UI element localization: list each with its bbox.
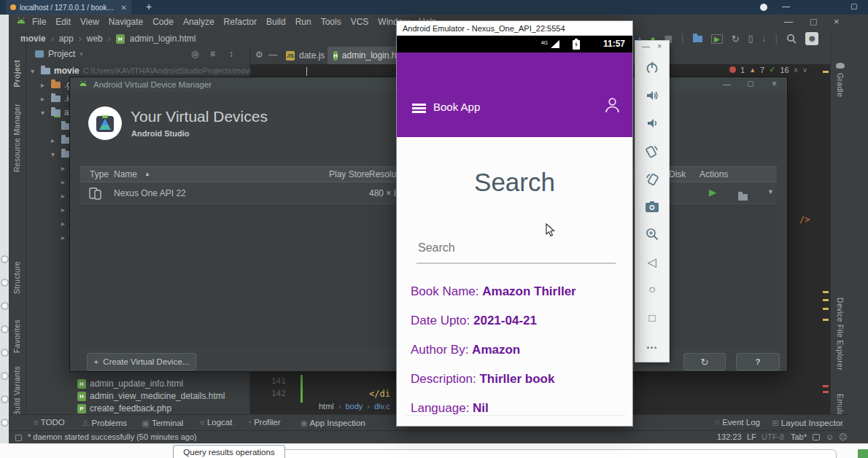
volume-up-button[interactable] [635, 82, 670, 109]
chevron-right-icon[interactable]: ▸ [51, 136, 58, 144]
browser-tab[interactable]: localhost / 127.0.0.1 / book_fire ✕ [6, 0, 131, 15]
menu-edit[interactable]: Edit [55, 17, 71, 27]
menu-run[interactable]: Run [295, 17, 311, 27]
locate-file-icon[interactable]: ◎ [191, 49, 198, 59]
editor-minimize-icon[interactable]: — [268, 50, 277, 60]
editor-breadcrumb[interactable]: html › body › div.c [319, 402, 390, 411]
lock-icon[interactable] [813, 434, 820, 440]
browser-minimize-icon[interactable]: — [782, 1, 790, 10]
menu-build[interactable]: Build [266, 17, 286, 27]
next-icon[interactable]: ∨ [802, 66, 807, 74]
query-input-outline[interactable] [259, 449, 837, 458]
sdk-manager-icon[interactable]: ↓ [762, 34, 766, 44]
prev-icon[interactable]: ∧ [794, 66, 799, 74]
col-disk[interactable]: Disk [669, 169, 686, 179]
ide-close-button[interactable]: × [834, 16, 840, 27]
toolstrip-build-variants[interactable]: Build Variants [12, 366, 21, 416]
refresh-button[interactable]: ↻ [683, 353, 726, 370]
ide-maximize-button[interactable]: ▢ [810, 17, 817, 26]
file-row[interactable]: H admin_update_info.html [77, 377, 183, 390]
menu-analyze[interactable]: Analyze [183, 17, 214, 27]
create-virtual-device-button[interactable]: + Create Virtual Device... [87, 353, 196, 370]
file-label[interactable]: admin_view_medicine_details.html [90, 391, 225, 401]
editor-gear-icon[interactable]: ⚙ [255, 50, 263, 60]
expand-all-icon[interactable]: ↕ [229, 49, 233, 59]
tree-row[interactable]: ▸ [61, 203, 68, 216]
toolstrip-device-file-explorer[interactable]: Device File Explorer [836, 298, 845, 370]
power-button[interactable] [635, 54, 670, 82]
launch-play-icon[interactable]: ▶ [709, 187, 716, 198]
hamburger-menu-icon[interactable] [412, 104, 426, 113]
toolstrip-structure[interactable]: Structure [12, 261, 21, 294]
menu-vcs[interactable]: VCS [351, 17, 369, 27]
col-play-store[interactable]: Play Store [329, 169, 369, 179]
chevron-right-icon[interactable]: ▸ [61, 164, 68, 172]
chevron-right-icon[interactable]: ▸ [61, 206, 68, 214]
help-button[interactable]: ? [736, 353, 780, 370]
line-ending[interactable]: LF [747, 432, 756, 441]
tree-row-root[interactable]: ▾ movie C:\Users\KAVITHA\AndroidStudioPr… [31, 64, 255, 77]
chevron-down-icon[interactable]: ▾ [31, 67, 37, 75]
more-actions-dropdown-icon[interactable]: ▼ [767, 188, 774, 195]
indent-setting[interactable]: Tab* [791, 432, 807, 441]
emulator-panel-close[interactable]: × [657, 42, 662, 50]
chevron-right-icon[interactable]: ▸ [61, 178, 68, 186]
tool-app-inspection[interactable]: ◉ App Inspection [301, 418, 365, 428]
tool-todo[interactable]: ≡ TODO [34, 418, 65, 427]
tool-layout-inspector[interactable]: ⊞ Layout Inspector [772, 418, 843, 428]
emulator-title-bar[interactable]: Android Emulator - Nexus_One_API_22:5554 [397, 21, 632, 36]
tree-row[interactable]: ▸ [61, 189, 68, 202]
new-tab-button[interactable]: + [146, 1, 152, 12]
menu-tools[interactable]: Tools [321, 17, 341, 27]
chevron-down-icon[interactable]: ▾ [41, 109, 47, 117]
tool-problems[interactable]: ⚠ Problems [82, 418, 127, 428]
avd-maximize-button[interactable]: ▢ [747, 79, 753, 88]
menu-file[interactable]: File [32, 17, 46, 27]
device-name[interactable]: Nexus One API 22 [114, 188, 186, 198]
emulator-panel-minimize[interactable]: — [642, 42, 650, 50]
toolstrip-resource-manager[interactable]: Resource Manager [12, 104, 21, 172]
tool-event-log[interactable]: ○ Event Log [715, 418, 760, 427]
avatar[interactable]: ☻ [805, 32, 818, 45]
tab-close-icon[interactable]: ✕ [121, 4, 127, 12]
toolstrip-gradle[interactable]: Gradle [836, 73, 845, 97]
chevron-right-icon[interactable]: ▸ [41, 81, 47, 89]
search-icon[interactable] [786, 34, 797, 44]
device-manager-icon[interactable] [693, 36, 702, 42]
happy-face-icon[interactable]: ☺ [826, 432, 834, 441]
tool-window-toggle-icon[interactable]: ▢ [15, 432, 22, 442]
toolstrip-project[interactable]: Project [12, 60, 21, 88]
profile-person-icon[interactable] [605, 97, 620, 114]
tree-row[interactable]: ▾ [51, 147, 71, 160]
crumb-div[interactable]: div.c [374, 402, 390, 411]
back-button[interactable]: ◁ [635, 248, 670, 276]
caret-position[interactable]: 132:23 [717, 432, 742, 441]
tree-row[interactable]: ▸ [51, 133, 71, 147]
run-window-icon[interactable]: ▶ [711, 34, 723, 44]
menu-view[interactable]: View [80, 17, 99, 27]
rotate-right-button[interactable] [635, 165, 670, 193]
menu-refactor[interactable]: Refactor [224, 17, 257, 27]
chevron-right-icon[interactable]: ▸ [61, 233, 68, 241]
breadcrumb-web[interactable]: web [87, 34, 103, 44]
avd-minimize-button[interactable]: — [723, 79, 731, 88]
tree-row[interactable]: ▸ [61, 161, 68, 174]
chevron-right-icon[interactable]: ▸ [61, 220, 68, 228]
collapse-all-icon[interactable]: ≡ [210, 49, 215, 59]
chevron-right-icon[interactable]: ▸ [61, 192, 68, 200]
chevron-down-icon[interactable]: ▾ [51, 150, 58, 158]
query-results-operations-box[interactable]: Query results operations [173, 445, 285, 458]
file-row[interactable]: P create_feedback.php [77, 402, 171, 415]
avd-close-button[interactable]: × [772, 79, 777, 89]
ide-minimize-button[interactable]: — [784, 17, 793, 27]
project-panel-header[interactable]: Project ▾ [26, 45, 249, 63]
browser-profile-icon[interactable] [760, 4, 767, 11]
zoom-button[interactable] [635, 220, 670, 248]
col-name[interactable]: Name [114, 169, 137, 179]
tool-terminal[interactable]: ▣ Terminal [142, 418, 183, 428]
volume-down-button[interactable] [635, 109, 670, 137]
inspections-widget[interactable]: 1 ▲ 7 ✓ 16 ∧ ∨ [729, 65, 807, 74]
overview-button[interactable]: □ [635, 303, 670, 331]
screenshot-button[interactable] [635, 193, 670, 220]
tree-root-label[interactable]: movie [54, 66, 80, 76]
